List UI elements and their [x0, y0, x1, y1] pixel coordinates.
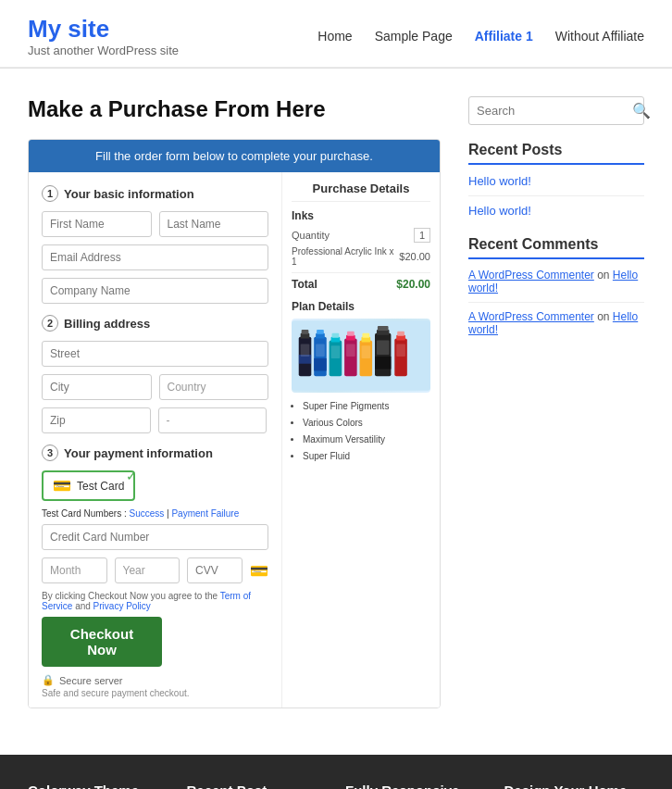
recent-posts-section: Recent Posts Hello world! Hello world! [468, 142, 644, 218]
svg-rect-31 [396, 344, 405, 357]
footer-grid: Colorway Theme Footer is widgetized. To … [28, 783, 644, 789]
svg-rect-20 [378, 326, 389, 331]
product-section-title: Inks [292, 209, 430, 222]
nav-without-affiliate[interactable]: Without Affiliate [555, 29, 644, 44]
lock-icon: 🔒 [42, 674, 55, 686]
year-select[interactable]: Year [115, 557, 180, 583]
plan-title: Plan Details [292, 300, 430, 313]
product-row: Professional Acrylic Ink x 1 $20.00 [292, 246, 430, 267]
nav-sample-page[interactable]: Sample Page [375, 29, 453, 44]
product-name: Professional Acrylic Ink x 1 [292, 246, 399, 267]
secure-label: Secure server [59, 675, 122, 686]
email-row [42, 244, 268, 270]
zip-extra-select[interactable]: - [158, 407, 268, 433]
commenter-link-1[interactable]: A WordPress Commenter [468, 269, 594, 282]
quantity-row: Quantity 1 [292, 228, 430, 243]
month-year-cvv-row: Month Year 💳 [42, 557, 268, 583]
bullet-2: Various Colors [303, 415, 430, 432]
bullet-4: Super Fluid [303, 448, 430, 465]
site-title: My site [28, 15, 179, 44]
failure-link[interactable]: Payment Failure [171, 508, 239, 519]
comment-2: A WordPress Commenter on Hello world! [468, 310, 644, 336]
city-input[interactable] [42, 374, 152, 400]
email-input[interactable] [42, 244, 268, 270]
svg-rect-14 [347, 332, 355, 336]
basic-info-section: 1 Your basic information [42, 185, 268, 304]
site-header: My site Just another WordPress site Home… [0, 0, 672, 68]
section1-header: 1 Your basic information [42, 185, 268, 202]
footer-col1-title: Colorway Theme [28, 783, 168, 789]
street-input[interactable] [42, 341, 268, 367]
svg-rect-28 [346, 344, 355, 357]
month-select[interactable]: Month [42, 557, 107, 583]
search-input[interactable] [477, 104, 632, 118]
last-name-input[interactable] [159, 211, 269, 237]
zip-input[interactable] [42, 407, 151, 433]
recent-comments-title: Recent Comments [468, 236, 644, 259]
section3-header: 3 Your payment information [42, 445, 268, 461]
svg-rect-27 [331, 345, 341, 358]
svg-rect-30 [377, 341, 390, 355]
privacy-link[interactable]: Privacy Policy [93, 601, 151, 611]
footer-col-colorway: Colorway Theme Footer is widgetized. To … [28, 783, 168, 789]
nav-home[interactable]: Home [317, 29, 352, 44]
page-content: Make a Purchase From Here Fill the order… [0, 69, 672, 727]
sidebar: 🔍 Recent Posts Hello world! Hello world!… [468, 96, 644, 708]
recent-comments-section: Recent Comments A WordPress Commenter on… [468, 236, 644, 336]
svg-rect-24 [397, 332, 404, 336]
card-type-icon: 💳 [250, 562, 268, 580]
cvv-input[interactable] [187, 557, 243, 583]
comment-1: A WordPress Commenter on Hello world! [468, 269, 644, 294]
svg-rect-25 [301, 344, 310, 357]
svg-rect-11 [332, 333, 340, 338]
bullet-3: Maximum Versatility [303, 432, 430, 448]
nav-affiliate1[interactable]: Affiliate 1 [475, 29, 533, 44]
success-link[interactable]: Success [129, 508, 164, 519]
recent-posts-title: Recent Posts [468, 142, 644, 165]
checkout-button[interactable]: Checkout Now [42, 617, 162, 667]
svg-rect-21 [375, 357, 391, 369]
test-card-numbers-label: Test Card Numbers : [42, 508, 127, 519]
commenter-link-2[interactable]: A WordPress Commenter [468, 310, 594, 323]
bullet-1: Super Fine Pigments [303, 398, 430, 415]
svg-rect-8 [314, 358, 327, 371]
site-branding: My site Just another WordPress site [28, 15, 179, 57]
test-card-button[interactable]: 💳 Test Card ✓ [42, 470, 135, 501]
section2-header: 2 Billing address [42, 315, 268, 332]
post-link-1[interactable]: Hello world! [468, 174, 644, 188]
footer-col-recent-post: Recent Post Worth A Thousand Words Categ… [187, 783, 328, 789]
post-link-2[interactable]: Hello world! [468, 204, 644, 218]
main-nav: Home Sample Page Affiliate 1 Without Aff… [317, 29, 644, 44]
footer-col3-title: Fully Responsive [345, 783, 486, 789]
checkmark-icon: ✓ [126, 469, 137, 483]
search-box: 🔍 [468, 96, 644, 125]
footer-col2-title: Recent Post [187, 783, 328, 789]
first-name-input[interactable] [42, 211, 152, 237]
test-card-label: Test Card [77, 480, 124, 493]
test-card-numbers-row: Test Card Numbers : Success | Payment Fa… [42, 508, 268, 519]
card-header: Fill the order form below to complete yo… [29, 140, 440, 172]
company-input[interactable] [42, 278, 268, 304]
billing-section: 2 Billing address Country [42, 315, 268, 433]
section1-num: 1 [42, 185, 58, 202]
total-label: Total [292, 278, 317, 291]
quantity-label: Quantity [292, 230, 330, 241]
section2-label: Billing address [64, 317, 150, 331]
credit-card-input[interactable] [42, 524, 268, 550]
secure-row: 🔒 Secure server [42, 674, 268, 686]
search-button[interactable]: 🔍 [632, 102, 651, 119]
site-tagline: Just another WordPress site [28, 44, 179, 57]
site-footer: Colorway Theme Footer is widgetized. To … [0, 755, 672, 789]
purchase-card: Fill the order form below to complete yo… [28, 139, 441, 708]
svg-rect-29 [361, 345, 370, 358]
name-row [42, 211, 268, 237]
purchase-details-title: Purchase Details [292, 182, 430, 202]
country-select[interactable]: Country [159, 374, 269, 400]
section3-num: 3 [42, 445, 58, 461]
plan-bullets: Super Fine Pigments Various Colors Maxim… [292, 398, 430, 465]
company-row [42, 278, 268, 304]
zip-row: - [42, 407, 268, 433]
total-row: Total $20.00 [292, 272, 430, 291]
footer-col4-title: Design Your Home [504, 783, 645, 789]
credit-card-row [42, 524, 268, 550]
